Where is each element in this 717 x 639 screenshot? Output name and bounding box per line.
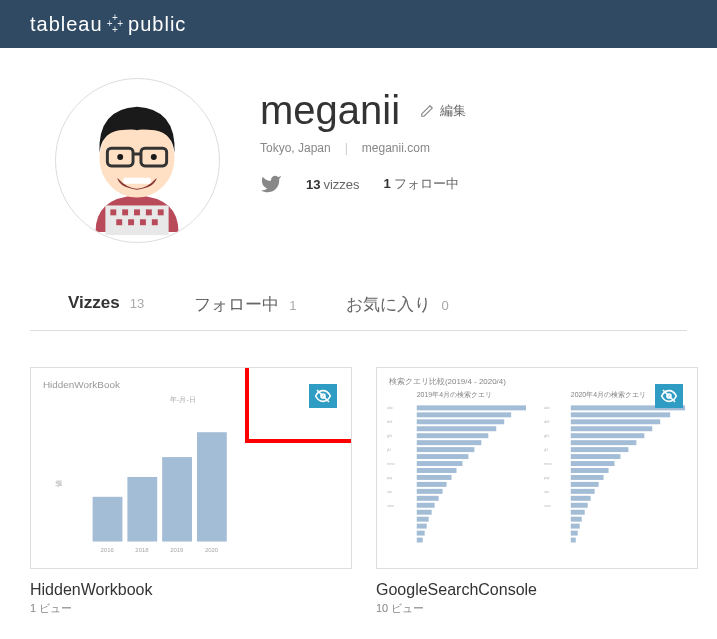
svg-rect-64 — [571, 426, 652, 431]
svg-rect-40 — [417, 454, 469, 459]
avatar[interactable] — [55, 78, 220, 243]
svg-text:jkl: jkl — [386, 447, 391, 452]
svg-point-15 — [117, 154, 123, 160]
tab-vizzes[interactable]: Vizzes 13 — [68, 293, 144, 316]
tab-favorites[interactable]: お気に入り 0 — [346, 293, 448, 316]
svg-text:pqr: pqr — [387, 475, 393, 480]
svg-rect-73 — [571, 489, 595, 494]
svg-rect-41 — [417, 461, 463, 466]
svg-text:2019年4月の検索クエリ: 2019年4月の検索クエリ — [417, 391, 492, 398]
svg-rect-44 — [417, 482, 447, 487]
svg-rect-74 — [571, 496, 591, 501]
viz-views: 1 ビュー — [30, 601, 352, 616]
svg-rect-9 — [140, 219, 146, 225]
profile-info: meganii 編集 Tokyo, Japan | meganii.com 13… — [260, 78, 662, 243]
svg-text:値: 値 — [55, 480, 62, 487]
svg-text:年-月-日: 年-月-日 — [170, 396, 196, 403]
svg-text:ghi: ghi — [387, 433, 392, 438]
vizzes-stat: 13vizzes — [306, 177, 360, 192]
svg-rect-72 — [571, 482, 599, 487]
viz-thumbnail[interactable]: HiddenWorkBook 年-月-日 値 2016 2018 2019 20… — [30, 367, 352, 569]
profile-section: meganii 編集 Tokyo, Japan | meganii.com 13… — [0, 48, 717, 283]
profile-website[interactable]: meganii.com — [362, 141, 430, 155]
following-stat: 1フォロー中 — [384, 175, 459, 193]
viz-title[interactable]: GoogleSearchConsole — [376, 581, 698, 599]
edit-label: 編集 — [440, 102, 466, 120]
svg-rect-50 — [417, 524, 427, 529]
svg-text:stu: stu — [387, 489, 392, 494]
meta-divider: | — [345, 141, 348, 155]
edit-profile-button[interactable]: 編集 — [420, 102, 466, 120]
pencil-icon — [420, 104, 434, 118]
svg-rect-4 — [134, 209, 140, 215]
svg-rect-49 — [417, 517, 429, 522]
eye-off-icon — [659, 388, 679, 404]
viz-views: 10 ビュー — [376, 601, 698, 616]
tab-count: 0 — [441, 298, 448, 313]
viz-title[interactable]: HiddenWorkbook — [30, 581, 352, 599]
svg-rect-63 — [571, 419, 660, 424]
svg-rect-5 — [146, 209, 152, 215]
svg-rect-19 — [93, 497, 123, 542]
logo-text-right: public — [128, 13, 186, 36]
svg-text:def: def — [387, 419, 393, 424]
svg-rect-8 — [128, 219, 134, 225]
svg-rect-43 — [417, 475, 452, 480]
tab-count: 13 — [130, 296, 144, 311]
svg-rect-34 — [417, 412, 511, 417]
svg-rect-39 — [417, 447, 475, 452]
svg-text:abc: abc — [544, 405, 550, 410]
svg-rect-7 — [116, 219, 122, 225]
app-header: tableau ++ ++ public — [0, 0, 717, 48]
svg-rect-52 — [417, 538, 423, 543]
svg-rect-35 — [417, 419, 504, 424]
logo-sparkle-icon: ++ ++ — [107, 15, 124, 33]
svg-rect-79 — [571, 531, 578, 536]
svg-rect-76 — [571, 510, 585, 515]
svg-text:pqr: pqr — [544, 475, 550, 480]
viz-grid: HiddenWorkBook 年-月-日 値 2016 2018 2019 20… — [0, 331, 717, 636]
svg-rect-22 — [197, 432, 227, 541]
svg-rect-69 — [571, 461, 615, 466]
svg-rect-70 — [571, 468, 609, 473]
svg-rect-62 — [571, 412, 670, 417]
svg-rect-20 — [127, 477, 157, 542]
profile-name: meganii — [260, 88, 400, 133]
svg-rect-33 — [417, 405, 526, 410]
tableau-logo[interactable]: tableau ++ ++ public — [30, 13, 186, 36]
svg-rect-51 — [417, 531, 425, 536]
svg-rect-6 — [158, 209, 164, 215]
svg-text:2020: 2020 — [205, 547, 219, 553]
svg-rect-71 — [571, 475, 604, 480]
svg-rect-10 — [152, 219, 158, 225]
svg-rect-36 — [417, 426, 497, 431]
svg-text:mno: mno — [387, 461, 396, 466]
profile-location: Tokyo, Japan — [260, 141, 331, 155]
svg-rect-37 — [417, 433, 489, 438]
svg-point-16 — [151, 154, 157, 160]
tab-label: お気に入り — [346, 293, 431, 316]
svg-rect-17 — [123, 178, 151, 184]
svg-text:stu: stu — [544, 489, 549, 494]
svg-rect-78 — [571, 524, 580, 529]
svg-text:2019: 2019 — [170, 547, 184, 553]
svg-text:jkl: jkl — [543, 447, 548, 452]
thumb-title: HiddenWorkBook — [43, 379, 120, 390]
hidden-badge — [309, 384, 337, 408]
svg-text:abc: abc — [387, 405, 393, 410]
svg-text:vwx: vwx — [544, 503, 551, 508]
svg-rect-66 — [571, 440, 637, 445]
viz-thumbnail[interactable]: 検索クエリ比較(2019/4 - 2020/4) 2019年4月の検索クエリ 2… — [376, 367, 698, 569]
svg-rect-77 — [571, 517, 582, 522]
tab-following[interactable]: フォロー中 1 — [194, 293, 296, 316]
svg-rect-2 — [110, 209, 116, 215]
svg-text:mno: mno — [544, 461, 553, 466]
viz-card: 検索クエリ比較(2019/4 - 2020/4) 2019年4月の検索クエリ 2… — [376, 367, 698, 616]
eye-off-icon — [313, 388, 333, 404]
svg-rect-47 — [417, 503, 435, 508]
svg-rect-75 — [571, 503, 588, 508]
svg-rect-21 — [162, 457, 192, 541]
hidden-badge — [655, 384, 683, 408]
twitter-icon[interactable] — [260, 173, 282, 195]
profile-tabs: Vizzes 13 フォロー中 1 お気に入り 0 — [30, 283, 687, 331]
